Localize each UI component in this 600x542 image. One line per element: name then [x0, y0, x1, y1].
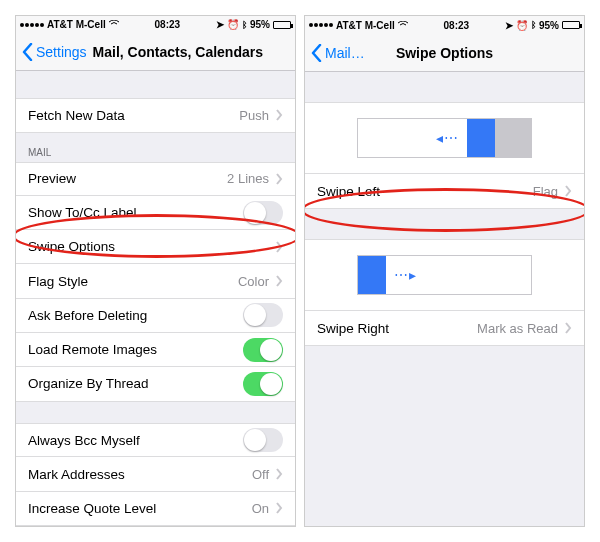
- carrier-label: AT&T M-Cell: [47, 19, 106, 30]
- status-bar: AT&T M-Cell 08:23 ➤ ⏰ ᛒ 95%: [16, 16, 295, 34]
- toggle-organize-thread[interactable]: [243, 372, 283, 396]
- swipe-options-screen: AT&T M-Cell 08:23 ➤ ⏰ ᛒ 95% Mail… Swipe …: [304, 15, 585, 527]
- chevron-right-icon: [564, 322, 572, 334]
- chevron-right-icon: [275, 275, 283, 287]
- cell-label: Always Bcc Myself: [28, 433, 243, 448]
- chevron-left-icon: [22, 43, 34, 61]
- row-preview[interactable]: Preview 2 Lines: [16, 162, 295, 196]
- row-fetch-data[interactable]: Fetch New Data Push: [16, 98, 295, 132]
- clock: 08:23: [155, 19, 181, 30]
- back-button[interactable]: Mail…: [311, 44, 365, 62]
- chevron-right-icon: [275, 109, 283, 121]
- back-button[interactable]: Settings: [22, 43, 87, 61]
- page-title: Swipe Options: [396, 45, 493, 61]
- arrow-right-icon: ⋯▸: [386, 267, 425, 283]
- cell-value: On: [252, 501, 269, 516]
- nav-bar: Settings Mail, Contacts, Calendars: [16, 34, 295, 71]
- cell-label: Organize By Thread: [28, 376, 243, 391]
- bluetooth-icon: ᛒ: [531, 20, 536, 30]
- cell-value: Off: [252, 467, 269, 482]
- cell-value: Color: [238, 274, 269, 289]
- chevron-right-icon: [275, 502, 283, 514]
- row-show-tocc[interactable]: Show To/Cc Label: [16, 196, 295, 230]
- row-swipe-right[interactable]: Swipe Right Mark as Read: [305, 311, 584, 346]
- cell-value: Mark as Read: [477, 321, 558, 336]
- wifi-icon: [109, 19, 119, 30]
- row-flag-style[interactable]: Flag Style Color: [16, 264, 295, 298]
- chevron-left-icon: [311, 44, 323, 62]
- page-title: Mail, Contacts, Calendars: [93, 44, 263, 60]
- cell-label: Fetch New Data: [28, 108, 239, 123]
- nav-bar: Mail… Swipe Options: [305, 34, 584, 72]
- row-organize-thread[interactable]: Organize By Thread: [16, 367, 295, 401]
- row-quote-level[interactable]: Increase Quote Level On: [16, 492, 295, 526]
- cell-label: Increase Quote Level: [28, 501, 252, 516]
- bluetooth-icon: ᛒ: [242, 20, 247, 30]
- toggle-load-images[interactable]: [243, 338, 283, 362]
- settings-screen: AT&T M-Cell 08:23 ➤ ⏰ ᛒ 95% Settings Mai…: [15, 15, 296, 527]
- clock: 08:23: [444, 20, 470, 31]
- cell-label: Swipe Right: [317, 321, 477, 336]
- row-swipe-left[interactable]: Swipe Left Flag: [305, 174, 584, 209]
- location-icon: ➤: [505, 20, 513, 31]
- cell-label: Show To/Cc Label: [28, 205, 243, 220]
- wifi-icon: [398, 20, 408, 31]
- toggle-bcc[interactable]: [243, 428, 283, 452]
- toggle-ask-delete[interactable]: [243, 303, 283, 327]
- row-mark-addresses[interactable]: Mark Addresses Off: [16, 457, 295, 491]
- battery-pct: 95%: [250, 19, 270, 30]
- swipe-right-preview: ⋯▸: [305, 239, 584, 311]
- row-ask-delete[interactable]: Ask Before Deleting: [16, 299, 295, 333]
- row-load-images[interactable]: Load Remote Images: [16, 333, 295, 367]
- row-swipe-options[interactable]: Swipe Options: [16, 230, 295, 264]
- toggle-show-tocc[interactable]: [243, 201, 283, 225]
- cell-value: Push: [239, 108, 269, 123]
- cell-label: Mark Addresses: [28, 467, 252, 482]
- chevron-right-icon: [275, 241, 283, 253]
- battery-icon: [273, 21, 291, 29]
- alarm-icon: ⏰: [516, 20, 528, 31]
- carrier-label: AT&T M-Cell: [336, 20, 395, 31]
- cell-value: 2 Lines: [227, 171, 269, 186]
- signal-dots: [20, 23, 44, 27]
- cell-label: Preview: [28, 171, 227, 186]
- cell-value: Flag: [533, 184, 558, 199]
- cell-label: Flag Style: [28, 274, 238, 289]
- section-header-mail: MAIL: [16, 133, 295, 162]
- status-bar: AT&T M-Cell 08:23 ➤ ⏰ ᛒ 95%: [305, 16, 584, 34]
- back-label: Settings: [36, 44, 87, 60]
- chevron-right-icon: [275, 173, 283, 185]
- cell-label: Swipe Options: [28, 239, 269, 254]
- cell-label: Swipe Left: [317, 184, 533, 199]
- location-icon: ➤: [216, 19, 224, 30]
- swipe-left-preview: ◂⋯: [305, 102, 584, 174]
- battery-pct: 95%: [539, 20, 559, 31]
- chevron-right-icon: [564, 185, 572, 197]
- row-bcc[interactable]: Always Bcc Myself: [16, 423, 295, 457]
- battery-icon: [562, 21, 580, 29]
- alarm-icon: ⏰: [227, 19, 239, 30]
- arrow-left-icon: ◂⋯: [428, 130, 467, 146]
- cell-label: Ask Before Deleting: [28, 308, 243, 323]
- chevron-right-icon: [275, 468, 283, 480]
- back-label: Mail…: [325, 45, 365, 61]
- signal-dots: [309, 23, 333, 27]
- cell-label: Load Remote Images: [28, 342, 243, 357]
